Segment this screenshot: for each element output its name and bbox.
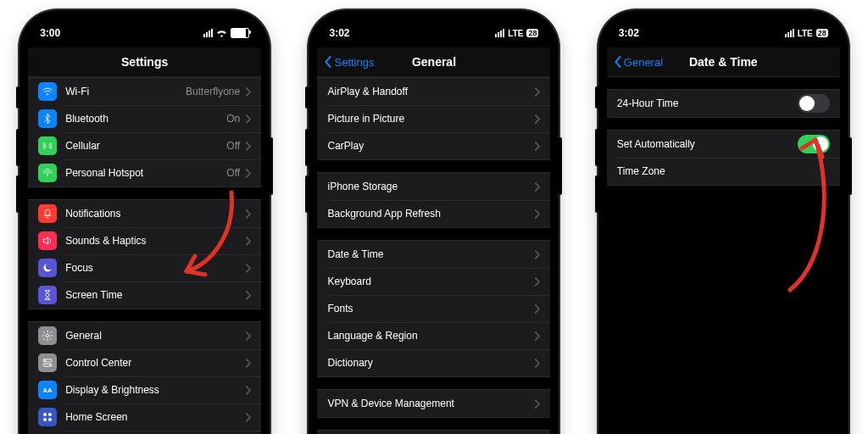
general-icon: [38, 326, 57, 345]
general-row[interactable]: Background App Refresh: [317, 200, 550, 227]
svg-rect-0: [45, 209, 50, 215]
hotspot-icon: [38, 164, 57, 182]
row-label: Bluetooth: [65, 113, 226, 125]
home-screen-icon: [38, 408, 57, 426]
chevron-right-icon: [534, 142, 540, 151]
row-value: Off: [226, 140, 240, 152]
row-24-hour-time[interactable]: 24-Hour Time: [607, 90, 840, 117]
chevron-right-icon: [245, 87, 251, 97]
row-value: On: [226, 113, 240, 125]
phone-general: 3:02 LTE 28 Settings General AirPlay & H…: [309, 10, 559, 434]
wifi-status-icon: [216, 29, 227, 37]
control-center-icon: [38, 353, 57, 372]
toggle-24-hour[interactable]: [798, 94, 830, 113]
row-label: Date & Time: [327, 248, 534, 260]
status-time: 3:02: [619, 27, 639, 39]
lte-label: LTE: [798, 29, 813, 38]
general-row[interactable]: Legal & Regulatory: [317, 431, 550, 434]
general-row[interactable]: iPhone Storage: [317, 173, 550, 200]
row-label: Wi-Fi: [65, 86, 186, 97]
svg-rect-7: [43, 413, 47, 416]
focus-icon: [38, 259, 57, 277]
row-label: iPhone Storage: [327, 181, 534, 192]
general-list[interactable]: AirPlay & HandoffPicture in PictureCarPl…: [317, 77, 550, 434]
settings-row[interactable]: CellularOff: [28, 132, 261, 159]
settings-row[interactable]: General: [28, 322, 261, 349]
page-title: Date & Time: [689, 55, 758, 69]
annotation-arrow-icon: [765, 125, 837, 294]
settings-row[interactable]: Home Screen: [28, 403, 261, 431]
settings-row[interactable]: Control Center: [28, 349, 261, 376]
chevron-right-icon: [245, 236, 251, 246]
general-row[interactable]: Picture in Picture: [317, 105, 550, 132]
screentime-icon: [38, 286, 57, 304]
sounds-icon: [38, 231, 57, 250]
settings-row[interactable]: BluetoothOn: [28, 105, 261, 132]
row-label: Cellular: [65, 140, 226, 152]
cellular-icon: [38, 136, 57, 155]
general-row[interactable]: AirPlay & Handoff: [317, 78, 550, 105]
general-row[interactable]: VPN & Device Management: [317, 390, 550, 417]
general-row[interactable]: CarPlay: [317, 132, 550, 159]
general-row[interactable]: Fonts: [317, 295, 550, 322]
general-row[interactable]: Dictionary: [317, 349, 550, 376]
svg-point-1: [46, 334, 49, 337]
page-title: General: [412, 55, 456, 69]
signal-icon: [203, 29, 213, 37]
chevron-right-icon: [534, 359, 540, 368]
row-label: AirPlay & Handoff: [327, 86, 534, 97]
settings-row[interactable]: Wi-FiButterflyone: [28, 78, 261, 105]
annotation-arrow-icon: [176, 188, 244, 281]
settings-row[interactable]: Screen Time: [28, 281, 261, 309]
battery-percent: 28: [816, 29, 828, 37]
row-label: Personal Hotspot: [65, 167, 226, 179]
display-icon: AA: [38, 381, 57, 399]
row-value: Off: [226, 167, 240, 179]
chevron-right-icon: [245, 142, 251, 151]
row-label: Fonts: [327, 303, 534, 314]
back-button[interactable]: General: [614, 56, 663, 69]
svg-text:AA: AA: [43, 387, 53, 394]
back-button[interactable]: Settings: [324, 56, 374, 69]
chevron-right-icon: [245, 209, 251, 219]
battery-icon: [231, 28, 249, 38]
chevron-right-icon: [245, 413, 251, 422]
signal-icon: [495, 29, 504, 37]
row-label: VPN & Device Management: [327, 398, 534, 409]
general-row[interactable]: Language & Region: [317, 322, 550, 349]
settings-row[interactable]: Personal HotspotOff: [28, 159, 261, 186]
navbar-settings: Settings: [28, 47, 261, 77]
status-time: 3:02: [329, 27, 349, 39]
page-title: Settings: [121, 55, 168, 69]
wifi-icon: [38, 82, 57, 101]
svg-point-4: [44, 360, 46, 362]
row-label: Dictionary: [327, 357, 534, 369]
row-label: CarPlay: [327, 140, 534, 152]
battery-percent: 28: [526, 29, 538, 37]
svg-rect-10: [48, 418, 52, 421]
chevron-right-icon: [245, 114, 251, 124]
navbar-datetime: General Date & Time: [607, 47, 840, 77]
chevron-right-icon: [534, 87, 540, 97]
chevron-right-icon: [245, 291, 251, 300]
phone-date-time: 3:02 LTE 28 General Date & Time 24-Hour …: [598, 10, 849, 434]
general-row[interactable]: Date & Time: [317, 241, 550, 268]
settings-row[interactable]: AADisplay & Brightness: [28, 376, 261, 403]
row-label: Picture in Picture: [327, 113, 534, 125]
phone-settings: 3:00 Settings Wi-FiButterflyoneBluetooth…: [19, 10, 270, 434]
general-row[interactable]: Keyboard: [317, 268, 550, 295]
settings-row[interactable]: Accessibility: [28, 431, 261, 434]
chevron-right-icon: [534, 399, 540, 409]
chevron-right-icon: [534, 304, 540, 314]
chevron-right-icon: [534, 277, 540, 287]
status-time: 3:00: [40, 27, 60, 39]
navbar-general: Settings General: [317, 47, 550, 77]
row-label: 24-Hour Time: [617, 97, 798, 109]
chevron-right-icon: [534, 331, 540, 341]
row-value: Butterflyone: [186, 86, 240, 97]
chevron-right-icon: [245, 386, 251, 395]
back-label: Settings: [334, 56, 374, 69]
svg-point-5: [49, 364, 51, 366]
svg-rect-9: [43, 418, 47, 421]
row-label: Keyboard: [327, 275, 534, 287]
